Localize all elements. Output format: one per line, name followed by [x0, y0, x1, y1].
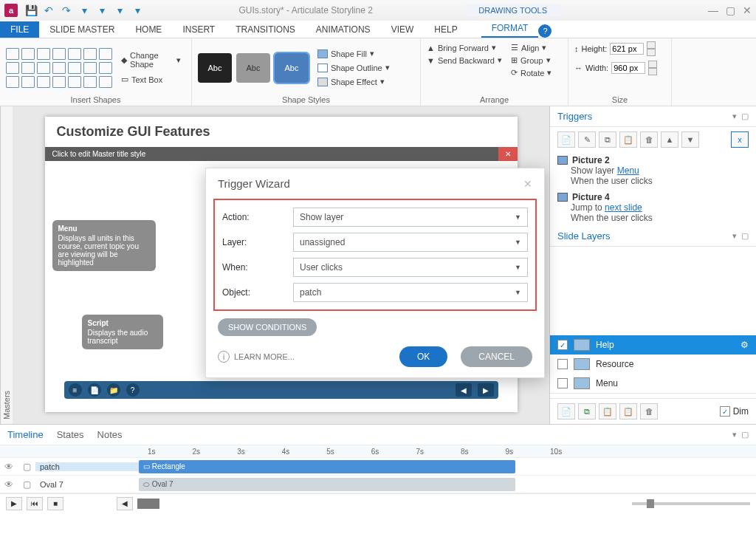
layer-visible-checkbox[interactable]	[557, 378, 568, 388]
qat-dropdown-3[interactable]: ▾	[112, 3, 127, 18]
layer-help[interactable]: ✓ Help ⚙	[550, 335, 756, 355]
layer-resource[interactable]: Resource	[550, 355, 756, 374]
rewind-button[interactable]: ⏮	[27, 497, 43, 510]
when-select[interactable]: User clicks▼	[293, 258, 528, 277]
tab-notes[interactable]: Notes	[97, 429, 123, 440]
gear-icon[interactable]: ⚙	[740, 340, 749, 350]
shape-gallery[interactable]	[6, 48, 112, 88]
undock-icon[interactable]: ▢	[741, 112, 749, 121]
height-field[interactable]: ↕ Height:	[574, 41, 656, 56]
dim-checkbox[interactable]: ✓	[720, 406, 730, 417]
scroll-left-button[interactable]: ◀	[117, 497, 133, 510]
eye-icon[interactable]: 👁	[0, 462, 18, 472]
height-input[interactable]	[610, 43, 644, 55]
trigger-up-button[interactable]: ▲	[661, 131, 678, 148]
trigger-item-picture4[interactable]: Picture 4 Jump to next slide When the us…	[550, 189, 756, 226]
nav-folder-icon[interactable]: 📁	[107, 383, 120, 397]
action-select[interactable]: Show layer▼	[293, 208, 528, 227]
tab-states[interactable]: States	[57, 429, 84, 440]
group-button[interactable]: ⊞ Group ▾	[511, 54, 551, 66]
masters-sidepanel-tab[interactable]: Masters	[0, 106, 13, 424]
trigger-copy-button[interactable]: ⧉	[599, 131, 616, 148]
layer-visible-checkbox[interactable]: ✓	[557, 340, 568, 350]
nav-next-button[interactable]: ▶	[478, 383, 494, 397]
style-swatch-3[interactable]: Abc	[275, 53, 309, 83]
stop-button[interactable]: ■	[47, 497, 63, 510]
undock-icon[interactable]: ▢	[741, 231, 749, 241]
nav-help-icon[interactable]: ?	[126, 383, 140, 397]
change-shape-button[interactable]: ◆ Change Shape ▾	[117, 49, 185, 70]
timeline-row-patch[interactable]: 👁 ▢ patch ▭ Rectangle	[0, 458, 756, 476]
master-title-bar[interactable]: Click to edit Master title style ✕	[45, 147, 518, 161]
dialog-close-icon[interactable]: ✕	[523, 178, 532, 190]
tab-file[interactable]: FILE	[0, 21, 39, 38]
tab-timeline[interactable]: Timeline	[7, 429, 44, 440]
tab-format[interactable]: FORMAT	[481, 20, 539, 38]
play-button[interactable]: ▶	[6, 497, 22, 510]
nav-menu-icon[interactable]: ≡	[69, 383, 82, 397]
qat-dropdown-2[interactable]: ▾	[94, 3, 109, 18]
help-icon[interactable]: ?	[538, 24, 551, 38]
lock-icon[interactable]: ▢	[18, 462, 35, 472]
text-box-button[interactable]: ▭ Text Box	[117, 73, 185, 86]
undock-icon[interactable]: ▢	[741, 430, 749, 439]
layer-paste-button[interactable]: 📋	[619, 403, 637, 419]
layer-menu[interactable]: Menu	[550, 374, 756, 393]
style-swatch-1[interactable]: Abc	[198, 53, 232, 83]
trigger-down-button[interactable]: ▼	[681, 131, 699, 148]
lock-icon[interactable]: ▢	[18, 479, 35, 490]
tab-help[interactable]: HELP	[424, 21, 467, 38]
trigger-paste-button[interactable]: 📋	[619, 131, 637, 148]
slide-bar-close-icon[interactable]: ✕	[498, 147, 518, 161]
tab-animations[interactable]: ANIMATIONS	[306, 21, 381, 38]
shape-outline-button[interactable]: Shape Outline ▾	[317, 61, 390, 74]
nav-prev-button[interactable]: ◀	[456, 383, 472, 397]
eye-icon[interactable]: 👁	[0, 479, 18, 490]
width-input[interactable]	[611, 62, 645, 74]
timeline-bar-oval[interactable]: ⬭ Oval 7	[139, 478, 515, 491]
shape-fill-button[interactable]: Shape Fill ▾	[317, 47, 390, 60]
rotate-button[interactable]: ⟳ Rotate ▾	[511, 66, 551, 79]
qat-redo-icon[interactable]: ↷	[59, 3, 74, 18]
qat-dropdown-4[interactable]: ▾	[130, 3, 145, 18]
trigger-vars-button[interactable]: x	[731, 131, 749, 148]
tab-slide-master[interactable]: SLIDE MASTER	[39, 21, 125, 38]
width-field[interactable]: ↔ Width:	[574, 61, 657, 75]
minimize-icon[interactable]: —	[708, 4, 718, 16]
trigger-edit-button[interactable]: ✎	[578, 131, 596, 148]
trigger-delete-button[interactable]: 🗑	[640, 131, 658, 148]
chevron-down-icon[interactable]: ▾	[732, 112, 737, 121]
trigger-new-button[interactable]: 📄	[557, 131, 575, 148]
layer-copy-button[interactable]: 📋	[599, 403, 616, 419]
layer-delete-button[interactable]: 🗑	[640, 403, 658, 419]
qat-save-icon[interactable]: 💾	[24, 3, 38, 18]
trigger-link-menu[interactable]: Menu	[617, 165, 639, 176]
ok-button[interactable]: OK	[399, 346, 447, 367]
layer-visible-checkbox[interactable]	[557, 359, 568, 369]
show-conditions-button[interactable]: SHOW CONDITIONS	[218, 318, 317, 336]
bring-forward-button[interactable]: ▲ Bring Forward ▾	[427, 41, 502, 54]
timeline-row-oval[interactable]: 👁 ▢ Oval 7 ⬭ Oval 7	[0, 476, 756, 493]
zoom-slider[interactable]	[632, 502, 750, 505]
tab-view[interactable]: VIEW	[381, 21, 425, 38]
tab-home[interactable]: HOME	[125, 21, 172, 38]
layer-select[interactable]: unassigned▼	[293, 233, 528, 252]
close-icon[interactable]: ✕	[743, 4, 752, 16]
qat-undo-icon[interactable]: ↶	[41, 3, 56, 18]
style-swatch-2[interactable]: Abc	[236, 53, 270, 83]
trigger-item-picture2[interactable]: Picture 2 Show layer Menu When the user …	[550, 152, 756, 189]
object-select[interactable]: patch▼	[293, 283, 528, 302]
chevron-down-icon[interactable]: ▾	[732, 430, 737, 439]
qat-dropdown-1[interactable]: ▾	[77, 3, 92, 18]
tab-insert[interactable]: INSERT	[172, 21, 225, 38]
nav-doc-icon[interactable]: 📄	[88, 383, 101, 397]
learn-more-link[interactable]: iLEARN MORE...	[218, 351, 295, 363]
layer-dup-button[interactable]: ⧉	[578, 403, 596, 419]
layer-new-button[interactable]: 📄	[557, 403, 575, 419]
cancel-button[interactable]: CANCEL	[461, 346, 532, 367]
maximize-icon[interactable]: ▢	[726, 4, 735, 16]
scrollbar-thumb[interactable]	[137, 499, 159, 509]
send-backward-button[interactable]: ▼ Send Backward ▾	[427, 54, 502, 66]
timeline-bar-rectangle[interactable]: ▭ Rectangle	[139, 460, 515, 473]
tab-transitions[interactable]: TRANSITIONS	[225, 21, 306, 38]
